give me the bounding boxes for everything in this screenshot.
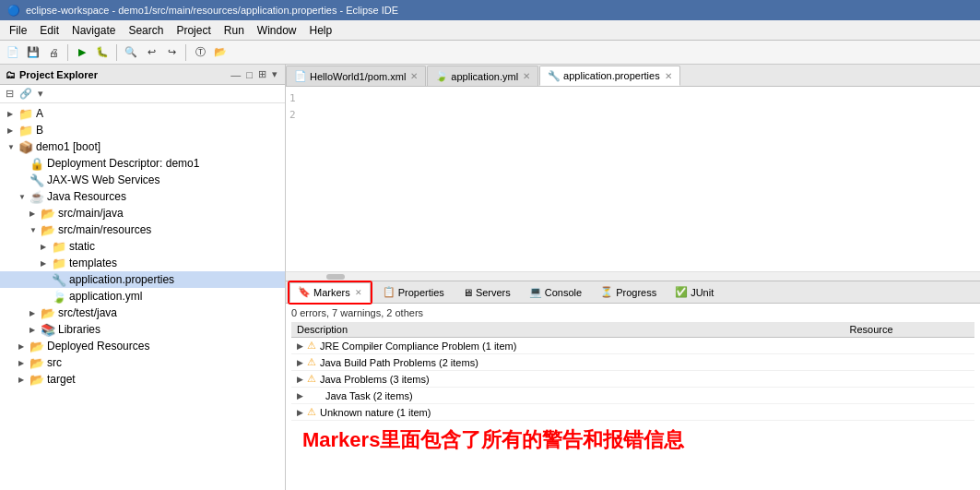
- tree-item-demo1[interactable]: 📦 demo1 [boot]: [0, 138, 285, 155]
- tab-properties[interactable]: 📋 Properties: [374, 282, 453, 303]
- tab-servers[interactable]: 🖥 Servers: [455, 282, 519, 303]
- redo-button[interactable]: ↪: [162, 43, 181, 62]
- marker-row-jre[interactable]: ▶ ⚠ JRE Compiler Compliance Problem (1 i…: [291, 338, 974, 354]
- tab-app-yml[interactable]: 🍃 application.yml ✕: [427, 66, 538, 86]
- target-icon: 📂: [30, 373, 44, 387]
- print-button[interactable]: 🖨: [44, 43, 63, 62]
- expand-marker-icon[interactable]: ▶: [297, 358, 303, 367]
- line-1: 1: [289, 90, 976, 107]
- editor-scrollbar[interactable]: [286, 271, 980, 281]
- tree-item-static[interactable]: 📁 static: [0, 238, 285, 255]
- expand-marker-icon[interactable]: ▶: [297, 391, 303, 400]
- markers-close-icon[interactable]: ✕: [355, 288, 362, 297]
- open-resource-button[interactable]: 📂: [211, 43, 230, 62]
- src-icon: 📂: [30, 356, 44, 370]
- marker-row-build-path[interactable]: ▶ ⚠ Java Build Path Problems (2 items): [291, 354, 974, 371]
- expand-demo1-icon: [7, 142, 17, 151]
- marker-resource: [844, 404, 974, 421]
- menu-edit[interactable]: Edit: [34, 22, 65, 39]
- main-layout: 🗂 Project Explorer — □ ⊞ ▾ ⊟ 🔗 ▾ 📁 A: [0, 65, 980, 490]
- marker-row-java-task[interactable]: ▶ Java Task (2 items): [291, 388, 974, 404]
- new-button[interactable]: 📄: [4, 43, 22, 62]
- tree-item-libraries[interactable]: 📚 Libraries: [0, 321, 285, 338]
- tab-progress[interactable]: ⏳ Progress: [592, 282, 665, 303]
- expand-marker-icon[interactable]: ▶: [297, 375, 303, 384]
- menu-project[interactable]: Project: [171, 22, 216, 39]
- menu-file[interactable]: File: [4, 22, 32, 39]
- progress-icon: ⏳: [600, 286, 613, 298]
- pe-action-toolbar: ⊟ 🔗 ▾: [0, 85, 285, 103]
- marker-label: Unknown nature (1 item): [320, 407, 431, 418]
- java-resources-icon: ☕: [30, 190, 44, 204]
- pe-toolbar-menu[interactable]: ⊞: [256, 67, 268, 81]
- tree-item-B[interactable]: 📁 B: [0, 122, 285, 138]
- pe-header: 🗂 Project Explorer — □ ⊞ ▾: [0, 65, 285, 85]
- expand-src-main-java-icon: [30, 209, 39, 218]
- search-icon[interactable]: 🔍: [122, 43, 140, 62]
- run-button[interactable]: ▶: [73, 43, 91, 62]
- marker-label: Java Build Path Problems (2 items): [320, 357, 478, 368]
- tree-item-templates[interactable]: 📁 templates: [0, 255, 285, 271]
- folder-icon: 📁: [18, 107, 33, 121]
- tree-item-jax-ws[interactable]: 🔧 JAX-WS Web Services: [0, 172, 285, 188]
- pe-view-menu-button[interactable]: ▾: [36, 87, 45, 101]
- src-folder-icon: 📂: [41, 223, 55, 237]
- close-app-yml-button[interactable]: ✕: [523, 71, 530, 81]
- menu-window[interactable]: Window: [252, 22, 302, 39]
- expand-static-icon: [41, 242, 50, 251]
- toolbar-sep-3: [185, 44, 186, 61]
- marker-row-java-problems[interactable]: ▶ ⚠ Java Problems (3 items): [291, 371, 974, 388]
- tree-item-deployment-descriptor[interactable]: 🔒 Deployment Descriptor: demo1: [0, 155, 285, 172]
- yml-file-icon: 🍃: [52, 290, 66, 304]
- marker-resource: [844, 371, 974, 388]
- servers-icon: 🖥: [463, 287, 473, 298]
- pe-minimize-button[interactable]: —: [229, 68, 242, 81]
- warning-icon: ⚠: [307, 406, 316, 418]
- tree-item-target[interactable]: 📂 target: [0, 371, 285, 388]
- expand-A-icon: [7, 109, 17, 118]
- tree-item-src-main-resources[interactable]: 📂 src/main/resources: [0, 221, 285, 238]
- tree-item-app-yml[interactable]: 🍃 application.yml: [0, 288, 285, 305]
- tab-junit[interactable]: ✅ JUnit: [667, 282, 722, 303]
- tree-item-src-main-java[interactable]: 📂 src/main/java: [0, 205, 285, 221]
- tree-item-app-properties[interactable]: 🔧 application.properties: [0, 271, 285, 288]
- close-app-props-button[interactable]: ✕: [665, 71, 672, 81]
- expand-src-main-resources-icon: [30, 225, 39, 234]
- collapse-all-button[interactable]: ⊟: [4, 87, 16, 101]
- tree-item-A[interactable]: 📁 A: [0, 105, 285, 122]
- undo-button[interactable]: ↩: [142, 43, 160, 62]
- console-label: Console: [545, 287, 582, 298]
- save-button[interactable]: 💾: [24, 43, 42, 62]
- tree-item-deployed-resources[interactable]: 📂 Deployed Resources: [0, 338, 285, 354]
- pe-view-menu[interactable]: ▾: [270, 67, 279, 81]
- expand-marker-icon[interactable]: ▶: [297, 408, 303, 417]
- menu-run[interactable]: Run: [218, 22, 250, 39]
- scrollbar-thumb[interactable]: [326, 274, 345, 280]
- pe-maximize-button[interactable]: □: [244, 68, 254, 81]
- tree-item-java-resources[interactable]: ☕ Java Resources: [0, 188, 285, 205]
- expand-marker-icon[interactable]: ▶: [297, 341, 303, 351]
- open-type-button[interactable]: Ⓣ: [191, 43, 209, 62]
- toolbar: 📄 💾 🖨 ▶ 🐛 🔍 ↩ ↪ Ⓣ 📂: [0, 41, 980, 65]
- tree-item-src[interactable]: 📂 src: [0, 354, 285, 371]
- tree-item-src-test-java[interactable]: 📂 src/test/java: [0, 305, 285, 321]
- menu-navigate[interactable]: Navigate: [66, 22, 121, 39]
- tab-pom-xml[interactable]: 📄 HelloWorld1/pom.xml ✕: [286, 66, 426, 86]
- close-pom-xml-button[interactable]: ✕: [410, 71, 418, 81]
- debug-button[interactable]: 🐛: [93, 43, 112, 62]
- tab-app-properties[interactable]: 🔧 application.properties ✕: [539, 66, 680, 86]
- properties-label: Properties: [398, 287, 444, 298]
- editor-area[interactable]: 1 2: [286, 87, 980, 271]
- expand-libraries-icon: [30, 325, 39, 334]
- line-2: 2: [289, 107, 976, 124]
- link-with-editor-button[interactable]: 🔗: [18, 87, 34, 101]
- expand-target-icon: [18, 375, 28, 384]
- pe-icon: 🗂: [6, 69, 16, 80]
- tab-console[interactable]: 💻 Console: [521, 282, 590, 303]
- menu-help[interactable]: Help: [304, 22, 338, 39]
- tab-markers[interactable]: 🔖 Markers ✕: [289, 282, 371, 303]
- expand-deployed-icon: [18, 341, 28, 351]
- pom-xml-icon: 📄: [294, 70, 307, 82]
- menu-search[interactable]: Search: [123, 22, 169, 39]
- marker-row-unknown-nature[interactable]: ▶ ⚠ Unknown nature (1 item): [291, 404, 974, 421]
